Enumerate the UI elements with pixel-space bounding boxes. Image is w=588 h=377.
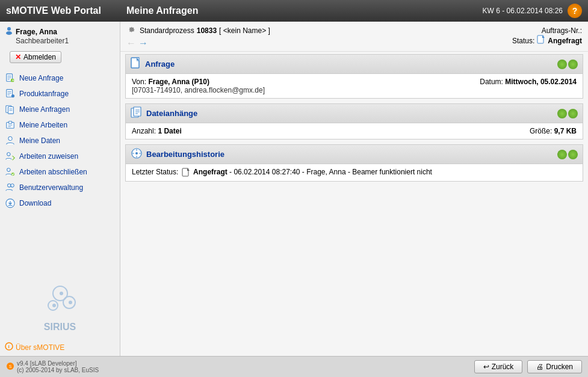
datei-info: Anzahl: 1 Datei Größe: 9,7 KB	[126, 123, 583, 139]
svg-text:+: +	[12, 78, 14, 82]
von-value: Frage, Anna (P10)	[148, 78, 209, 86]
zurueck-button[interactable]: ↩ Zurück	[474, 360, 523, 373]
svg-point-34	[52, 304, 56, 307]
meine-daten-icon	[5, 135, 16, 146]
back-arrow[interactable]: ←	[126, 38, 136, 49]
anfrage-controls	[557, 60, 578, 69]
sirius-text: SIRIUS	[0, 322, 120, 333]
bearbeitung-section: Bearbeitungshistorie Letzter Status: Ang…	[125, 144, 583, 182]
download-label: Download	[19, 199, 51, 207]
sidebar-item-download[interactable]: Download	[0, 195, 120, 211]
version-line2: (c) 2005-2014 by sLAB, EuSIS	[17, 367, 99, 373]
zurueck-icon: ↩	[483, 363, 489, 371]
datum-value: Mittwoch, 05.02.2014	[505, 78, 577, 86]
meine-arbeiten-label: Meine Arbeiten	[19, 121, 67, 129]
anfrage-contact: [07031-714910, andrea.flocken@gmx.de]	[126, 86, 583, 98]
user-info: Frage, Anna Sachbearbeiter1	[0, 24, 120, 48]
dateihaenge-btn-1[interactable]	[557, 109, 567, 118]
anfrage-content: Von: Frage, Anna (P10) Datum: Mittwoch, …	[126, 74, 583, 86]
svg-point-33	[69, 301, 72, 304]
status-label: Status:	[512, 37, 534, 45]
anfrage-btn-1[interactable]	[557, 60, 567, 69]
svg-point-0	[7, 27, 11, 31]
app-logo: sMOTIVE Web Portal	[6, 5, 126, 16]
x-icon: ✕	[15, 53, 21, 61]
user-icon	[5, 26, 13, 37]
sidebar-item-arbeiten-zuweisen[interactable]: Arbeiten zuweisen	[0, 149, 120, 164]
dateihaenge-btn-2[interactable]	[568, 109, 578, 118]
footer: S v9.4 [sLAB Developer] (c) 2005-2014 by…	[0, 356, 588, 377]
sidebar-item-benutzerverwaltung[interactable]: Benutzerverwaltung	[0, 180, 120, 195]
dateihaenge-icon	[131, 106, 143, 120]
help-button[interactable]: ?	[568, 4, 582, 18]
sidebar-item-meine-anfragen[interactable]: Meine Anfragen	[0, 102, 120, 117]
meine-anfragen-icon	[5, 104, 16, 115]
auftrags-info: Auftrags-Nr.: Status: Anfrage Angefragt	[512, 24, 582, 49]
nav-menu: + Neue Anfrage Produktanfrage Meine Anfr…	[0, 67, 120, 269]
letzter-label: Letzter Status:	[132, 168, 178, 176]
content-topbar: Standardprozess 10833 [ <kein Name> ] ← …	[120, 22, 588, 52]
bearbeitung-btn-1[interactable]	[557, 150, 567, 159]
footer-buttons: ↩ Zurück 🖨 Drucken	[474, 360, 582, 373]
header: sMOTIVE Web Portal Meine Anfragen KW 6 -…	[0, 0, 588, 22]
nav-arrows: ← →	[126, 38, 270, 49]
status-inline-icon	[182, 168, 192, 176]
benutzerverwaltung-label: Benutzerverwaltung	[19, 183, 83, 192]
sidebar-item-meine-arbeiten[interactable]: Meine Arbeiten	[0, 117, 120, 133]
dateihaenge-controls	[557, 109, 578, 118]
sidebar-item-neue-anfrage[interactable]: + Neue Anfrage	[0, 70, 120, 86]
header-date: KW 6 - 06.02.2014 08:26	[483, 7, 563, 15]
dateihaenge-title-area: Dateianhänge	[131, 106, 197, 120]
process-name: [ <kein Name> ]	[219, 26, 270, 35]
svg-point-26	[11, 184, 14, 187]
bearbeitung-btn-2[interactable]	[568, 150, 578, 159]
version-line1: v9.4 [sLAB Developer]	[17, 360, 99, 367]
anfrage-section: Anfrage Von: Frage, Anna (P10) Datum: Mi…	[125, 54, 583, 99]
anfrage-title-area: Anfrage	[131, 57, 175, 71]
sidebar: Frage, Anna Sachbearbeiter1 ✕ Abmelden +…	[0, 22, 120, 356]
anfrage-btn-2[interactable]	[568, 60, 578, 69]
bearbeitung-controls	[557, 150, 578, 159]
abmelden-button[interactable]: ✕ Abmelden	[10, 51, 61, 63]
auftrags-label: Auftrags-Nr.:	[542, 26, 582, 35]
svg-point-12	[11, 94, 14, 97]
main-container: Frage, Anna Sachbearbeiter1 ✕ Abmelden +…	[0, 22, 588, 356]
sidebar-item-produktanfrage[interactable]: Produktanfrage	[0, 86, 120, 102]
history-text: - 06.02.2014 08:27:40 - Frage, Anna - Be…	[229, 168, 432, 176]
benutzerverwaltung-icon	[5, 182, 16, 193]
datum-label: Datum:	[480, 78, 503, 86]
drucken-icon: 🖨	[536, 363, 543, 371]
page-title: Meine Anfragen	[126, 5, 483, 16]
svg-point-23	[7, 168, 10, 171]
uber-smotive-link[interactable]: i Über sMOTIVE	[0, 339, 120, 356]
arbeiten-abschliessen-icon	[5, 167, 16, 177]
drucken-button[interactable]: 🖨 Drucken	[527, 360, 582, 373]
footer-info: S v9.4 [sLAB Developer] (c) 2005-2014 by…	[6, 360, 99, 373]
svg-point-25	[8, 184, 11, 187]
produktanfrage-icon	[5, 88, 16, 99]
sirius-graphic	[36, 281, 84, 317]
dateihaenge-title: Dateianhänge	[146, 109, 197, 118]
arbeiten-zuweisen-label: Arbeiten zuweisen	[19, 152, 78, 161]
svg-point-21	[8, 136, 12, 140]
history-status: Angefragt	[193, 168, 227, 176]
bearbeitung-title-area: Bearbeitungshistorie	[131, 147, 224, 161]
svg-text:S: S	[9, 364, 12, 369]
anfrage-title: Anfrage	[145, 60, 175, 69]
svg-point-24	[11, 173, 14, 176]
groesse-value: 9,7 KB	[554, 127, 577, 135]
dateihaenge-header: Dateianhänge	[126, 104, 583, 123]
bearbeitung-header: Bearbeitungshistorie	[126, 145, 583, 164]
sidebar-item-meine-daten[interactable]: Meine Daten	[0, 133, 120, 149]
von-label: Von:	[132, 78, 146, 86]
process-info: Standardprozess 10833 [ <kein Name> ]	[126, 24, 270, 37]
forward-arrow[interactable]: →	[138, 38, 148, 49]
neue-anfrage-label: Neue Anfrage	[19, 74, 63, 82]
user-name: Frage, Anna	[16, 28, 57, 36]
user-role: Sachbearbeiter1	[16, 37, 115, 45]
svg-point-32	[60, 292, 63, 295]
process-label: Standardprozess	[140, 26, 194, 35]
svg-rect-18	[8, 121, 11, 124]
sidebar-item-arbeiten-abschliessen[interactable]: Arbeiten abschließen	[0, 164, 120, 180]
dateihaenge-section: Dateianhänge Anzahl: 1 Datei Größe: 9,7 …	[125, 103, 583, 139]
